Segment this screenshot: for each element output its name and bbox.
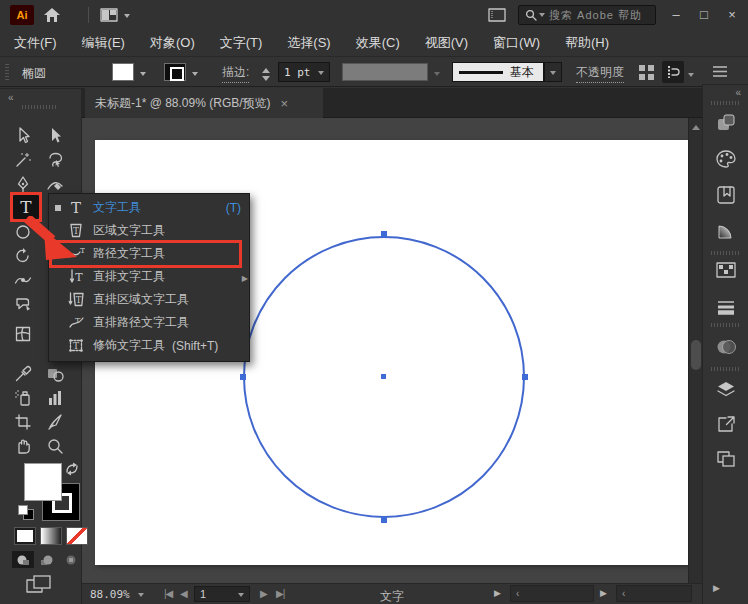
workspace-icon[interactable] <box>488 8 506 22</box>
anchor-bottom[interactable] <box>381 517 387 523</box>
selection-tool[interactable] <box>12 125 34 147</box>
stroke-weight-value[interactable]: 1 pt <box>278 62 330 82</box>
lasso-tool[interactable] <box>44 149 66 171</box>
properties-icon[interactable] <box>714 111 738 135</box>
gradient-icon[interactable] <box>714 219 738 243</box>
artboards-icon[interactable] <box>714 447 738 471</box>
menu-item-touch-type-tool[interactable]: T 修饰文字工具 (Shift+T) <box>49 334 249 357</box>
menu-select[interactable]: 选择(S) <box>287 34 330 52</box>
width-tool[interactable] <box>12 269 34 291</box>
menu-object[interactable]: 对象(O) <box>150 34 195 52</box>
blend-tool[interactable] <box>44 363 66 385</box>
shaper-tool[interactable] <box>12 293 34 315</box>
hand-tool[interactable] <box>12 435 34 457</box>
search-input[interactable]: 搜索 Adobe 帮助 <box>549 8 642 23</box>
horizontal-scrollbar-right[interactable]: ‹ <box>616 585 692 602</box>
document-tab[interactable]: 未标题-1* @ 88.09% (RGB/预览) × <box>85 88 323 118</box>
stroke-icon[interactable] <box>714 295 738 319</box>
align-chevron-icon[interactable] <box>688 73 694 80</box>
close-button[interactable]: × <box>718 3 746 25</box>
collapse-icon[interactable]: « <box>735 87 740 98</box>
dock-expand-icon[interactable]: ▶ <box>713 583 720 593</box>
arrange-documents-button[interactable] <box>100 8 130 22</box>
stroke-weight-label[interactable]: 描边: <box>222 64 249 83</box>
magic-wand-tool[interactable] <box>12 149 34 171</box>
align-options-button[interactable] <box>662 61 684 83</box>
slice-tool[interactable] <box>44 411 66 433</box>
vertical-scrollbar[interactable] <box>688 118 702 583</box>
gripper[interactable] <box>22 105 58 109</box>
menu-effect[interactable]: 效果(C) <box>356 34 400 52</box>
graph-tool[interactable] <box>44 387 66 409</box>
zoom-tool[interactable] <box>44 435 66 457</box>
eyedropper-tool[interactable] <box>12 363 34 385</box>
zoom-level-dropdown[interactable]: 88.09% <box>86 586 158 602</box>
first-artboard-icon[interactable]: |◀ <box>164 588 172 599</box>
gradient-button[interactable] <box>40 527 62 545</box>
direct-selection-tool[interactable] <box>44 125 66 147</box>
anchor-top[interactable] <box>381 231 387 237</box>
scroll-up-icon[interactable] <box>692 121 700 130</box>
home-icon[interactable] <box>42 6 62 24</box>
stroke-style-chevron-button[interactable] <box>544 62 562 82</box>
scroll-right-icon[interactable]: ▶ <box>600 588 607 598</box>
artboard-tool[interactable] <box>12 411 34 433</box>
default-fill-stroke-icon[interactable] <box>18 505 34 519</box>
menu-view[interactable]: 视图(V) <box>425 34 468 52</box>
collapse-icon[interactable]: « <box>8 92 13 103</box>
export-icon[interactable] <box>714 413 738 437</box>
draw-behind-mode-button[interactable] <box>36 551 58 568</box>
none-button[interactable] <box>66 527 88 545</box>
screen-mode-icon[interactable] <box>26 575 52 595</box>
anchor-left[interactable] <box>240 374 246 380</box>
menu-item-vertical-type-tool[interactable]: T 直排文字工具 <box>49 265 249 288</box>
draw-inside-mode-button[interactable] <box>60 551 82 568</box>
artboard-number-dropdown[interactable]: 1 <box>194 586 250 602</box>
swap-fill-stroke-icon[interactable] <box>64 461 80 477</box>
stroke-color-swatch[interactable] <box>164 63 186 81</box>
menu-window[interactable]: 窗口(W) <box>493 34 540 52</box>
mesh-tool[interactable] <box>12 323 34 345</box>
flyout-tearoff-arrow-icon[interactable]: ▶ <box>242 274 248 283</box>
color-icon[interactable] <box>714 147 738 171</box>
search-box[interactable]: 搜索 Adobe 帮助 <box>518 5 656 25</box>
tab-close-icon[interactable]: × <box>281 96 289 111</box>
opacity-label[interactable]: 不透明度 <box>576 64 624 83</box>
menu-file[interactable]: 文件(F) <box>14 34 57 52</box>
next-artboard-icon[interactable]: ▶ <box>260 588 267 599</box>
minimize-button[interactable]: – <box>662 3 690 25</box>
scrollbar-thumb[interactable] <box>691 340 701 370</box>
menu-type[interactable]: 文字(T) <box>220 34 263 52</box>
anchor-right[interactable] <box>522 374 528 380</box>
menu-edit[interactable]: 编辑(E) <box>82 34 125 52</box>
gripper[interactable] <box>711 323 741 327</box>
pattern-icon[interactable] <box>714 259 738 283</box>
last-artboard-icon[interactable]: ▶| <box>276 588 284 599</box>
stroke-chevron-icon[interactable] <box>192 72 198 79</box>
panel-menu-icon[interactable] <box>712 65 728 78</box>
curvature-tool[interactable] <box>44 173 66 195</box>
menu-item-vertical-area-type-tool[interactable]: T 直排区域文字工具 <box>49 288 249 311</box>
gripper[interactable] <box>711 251 741 255</box>
stroke-style-dropdown[interactable]: 基本 <box>452 62 544 82</box>
menu-item-vertical-path-type-tool[interactable]: T 直排路径文字工具 <box>49 311 249 334</box>
gripper[interactable] <box>711 367 741 371</box>
fill-indicator[interactable] <box>24 463 62 501</box>
layers-icon[interactable] <box>714 377 738 401</box>
draw-normal-mode-button[interactable] <box>12 551 34 568</box>
color-button[interactable] <box>14 527 36 545</box>
previous-artboard-icon[interactable]: ◀ <box>180 588 187 599</box>
gripper[interactable] <box>5 64 9 80</box>
symbol-sprayer-tool[interactable] <box>12 387 34 409</box>
maximize-button[interactable]: □ <box>690 3 718 25</box>
transparency-icon[interactable] <box>714 335 738 359</box>
horizontal-scrollbar-left[interactable]: ‹ <box>510 585 594 602</box>
status-options-icon[interactable]: ▶ <box>494 588 501 598</box>
align-icon[interactable] <box>638 64 655 81</box>
fill-chevron-icon[interactable] <box>140 72 146 79</box>
fill-color-swatch[interactable] <box>112 63 134 81</box>
swatches-icon[interactable] <box>714 183 738 207</box>
menu-help[interactable]: 帮助(H) <box>565 34 609 52</box>
gripper[interactable] <box>711 101 741 105</box>
stroke-weight-stepper[interactable] <box>262 64 270 85</box>
